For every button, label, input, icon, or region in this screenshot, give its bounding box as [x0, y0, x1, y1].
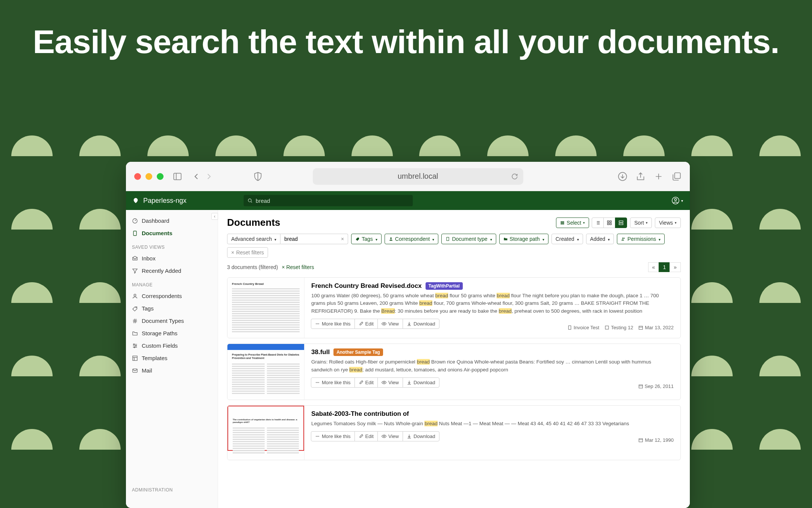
- svg-point-12: [674, 199, 677, 201]
- url-bar[interactable]: umbrel.local: [313, 168, 523, 185]
- svg-point-67: [317, 436, 318, 437]
- shield-icon[interactable]: [253, 172, 263, 181]
- view-button[interactable]: View: [377, 431, 403, 441]
- document-title[interactable]: 38.full: [311, 348, 330, 356]
- back-button[interactable]: [191, 172, 201, 181]
- reload-icon[interactable]: [511, 173, 518, 180]
- document-card[interactable]: Preparing to Prescribe Plant-Based Diets…: [227, 344, 681, 400]
- browser-toolbar: umbrel.local: [126, 162, 690, 191]
- download-button[interactable]: Download: [403, 319, 439, 329]
- view-grid-large-button[interactable]: [615, 217, 627, 228]
- svg-point-68: [318, 436, 319, 437]
- view-grid-small-button[interactable]: [603, 217, 615, 228]
- document-title[interactable]: Sabaté-2003-The contribution of: [311, 410, 409, 418]
- app-logo-icon: [133, 198, 139, 204]
- filter-document-type[interactable]: Document type: [441, 234, 496, 244]
- search-value: bread: [256, 198, 270, 204]
- svg-rect-56: [605, 326, 609, 329]
- sidebar-item-dashboard[interactable]: Dashboard: [126, 214, 218, 227]
- close-window-button[interactable]: [134, 173, 141, 180]
- sort-dropdown[interactable]: Sort ▾: [630, 217, 652, 228]
- tabs-icon[interactable]: [672, 172, 682, 181]
- edit-button[interactable]: Edit: [354, 319, 378, 329]
- clear-term-icon[interactable]: ×: [341, 236, 344, 242]
- download-button[interactable]: Download: [403, 377, 439, 388]
- svg-rect-43: [610, 223, 611, 225]
- document-thumbnail[interactable]: The contribution of vegetarian diets to …: [227, 406, 304, 460]
- document-tag[interactable]: Another Sample Tag: [333, 348, 383, 356]
- filter-bar: Advanced search bread× Tags Corresponden…: [227, 234, 681, 258]
- sidebar-toggle-icon[interactable]: [173, 172, 182, 181]
- document-card[interactable]: French Country BreadFrench Country Bread…: [227, 277, 681, 338]
- sidebar-item-tags[interactable]: Tags: [126, 302, 218, 315]
- document-card[interactable]: The contribution of vegetarian diets to …: [227, 405, 681, 461]
- user-icon: [671, 196, 680, 205]
- minimize-window-button[interactable]: [145, 173, 152, 180]
- tag-icon: [132, 306, 138, 312]
- filter-storage-path[interactable]: Storage path: [499, 234, 548, 244]
- sidebar-item-custom-fields[interactable]: Custom Fields: [126, 339, 218, 352]
- sidebar-section-admin: ADMINISTRATION: [126, 482, 218, 495]
- sidebar-label: Mail: [142, 367, 152, 374]
- svg-rect-33: [561, 224, 564, 224]
- search-term-input[interactable]: bread×: [280, 234, 348, 244]
- filter-added[interactable]: Added: [586, 234, 614, 244]
- svg-point-62: [383, 382, 385, 383]
- sidebar-item-correspondents[interactable]: Correspondents: [126, 290, 218, 302]
- edit-button[interactable]: Edit: [354, 431, 378, 441]
- filter-correspondent[interactable]: Correspondent: [385, 234, 439, 244]
- maximize-window-button[interactable]: [157, 173, 164, 180]
- document-thumbnail[interactable]: French Country Bread: [227, 278, 304, 338]
- sidebar: ‹ Dashboard Documents SAVED VIEWS Inbox …: [126, 210, 218, 508]
- download-button[interactable]: Download: [403, 431, 439, 441]
- person-icon: [132, 293, 138, 299]
- sidebar-label: Documents: [142, 230, 173, 236]
- view-button[interactable]: View: [377, 319, 403, 329]
- select-dropdown[interactable]: Select ▾: [556, 217, 589, 228]
- reset-filters-button[interactable]: × Reset filters: [227, 247, 268, 258]
- doc-meta-date: Mar 13, 2022: [638, 325, 674, 330]
- views-dropdown[interactable]: Views ▾: [655, 217, 681, 228]
- sidebar-item-documents[interactable]: Documents: [126, 227, 218, 239]
- sidebar-item-templates[interactable]: Templates: [126, 352, 218, 364]
- share-icon[interactable]: [636, 172, 645, 181]
- sidebar-item-document-types[interactable]: Document Types: [126, 315, 218, 327]
- more-like-this-button[interactable]: More like this: [311, 377, 355, 388]
- more-like-this-button[interactable]: More like this: [311, 319, 355, 329]
- page-next[interactable]: »: [670, 262, 681, 272]
- filter-tags[interactable]: Tags: [351, 234, 382, 244]
- sidebar-item-mail[interactable]: Mail: [126, 364, 218, 377]
- filter-created[interactable]: Created: [551, 234, 583, 244]
- mail-icon: [132, 368, 138, 374]
- sidebar-collapse-button[interactable]: ‹: [211, 213, 218, 220]
- page-current[interactable]: 1: [659, 262, 670, 272]
- edit-button[interactable]: Edit: [354, 377, 378, 388]
- global-search[interactable]: bread: [244, 195, 413, 206]
- user-menu[interactable]: ▾: [671, 196, 683, 205]
- page-prev[interactable]: «: [648, 262, 659, 272]
- view-button[interactable]: View: [377, 377, 403, 388]
- doc-meta-type: Testing 12: [604, 325, 633, 330]
- reset-filters-link[interactable]: × Reset filters: [282, 264, 314, 270]
- dashboard-icon: [132, 218, 138, 224]
- main-content: Documents Select ▾ Sort ▾ Views ▾ Advanc…: [218, 210, 690, 508]
- window-controls: [134, 173, 164, 180]
- browser-window: umbrel.local Paperless-ngx bread ▾ ‹ Das…: [126, 162, 690, 508]
- advanced-search-dropdown[interactable]: Advanced search: [227, 234, 280, 244]
- sidebar-item-storage-paths[interactable]: Storage Paths: [126, 327, 218, 339]
- svg-point-49: [624, 238, 625, 239]
- sidebar-item-inbox[interactable]: Inbox: [126, 252, 218, 265]
- sidebar-label: Dashboard: [142, 217, 169, 224]
- document-tag[interactable]: TagWithPartial: [426, 282, 463, 290]
- new-tab-icon[interactable]: [654, 172, 664, 181]
- more-like-this-button[interactable]: More like this: [311, 431, 355, 441]
- downloads-icon[interactable]: [618, 172, 627, 181]
- view-list-button[interactable]: [592, 217, 604, 228]
- filter-permissions[interactable]: Permissions: [617, 234, 665, 244]
- sidebar-item-recently-added[interactable]: Recently Added: [126, 265, 218, 277]
- svg-point-60: [317, 382, 318, 383]
- svg-point-9: [248, 199, 251, 202]
- document-title[interactable]: French Country Bread Revised.docx: [311, 282, 422, 290]
- forward-button[interactable]: [204, 172, 214, 181]
- document-thumbnail[interactable]: Preparing to Prescribe Plant-Based Diets…: [227, 344, 304, 399]
